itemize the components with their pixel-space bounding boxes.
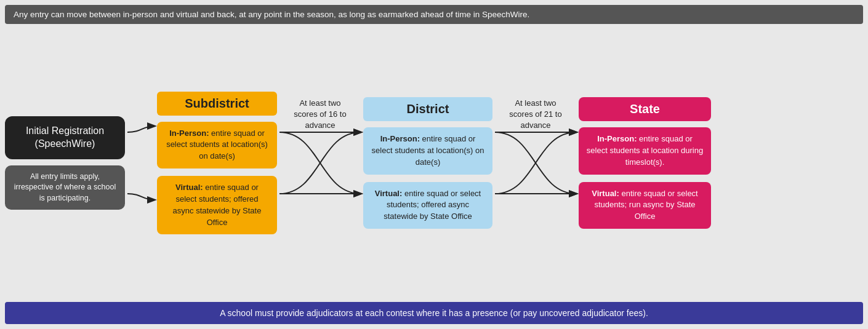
- state-column: State In-Person: entire squad or select …: [579, 97, 711, 229]
- bottom-banner-text: A school must provide adjudicators at ea…: [220, 308, 648, 318]
- state-inperson-bold: In-Person:: [597, 134, 637, 143]
- entry-limits-text: All entry limits apply, irrespective of …: [14, 172, 116, 202]
- top-banner: Any entry can move between in-person and…: [5, 5, 863, 24]
- arrow-note-1: At least two scores of 16 to advance: [277, 89, 363, 237]
- initial-registration-label: Initial Registration (SpeechWire): [26, 125, 104, 149]
- subdistrict-label: Subdistrict: [185, 97, 249, 110]
- district-column: District In-Person: entire squad or sele…: [363, 97, 492, 229]
- subdistrict-virtual-bold: Virtual:: [175, 183, 203, 192]
- initial-registration-box: Initial Registration (SpeechWire): [5, 116, 125, 159]
- left-section: Initial Registration (SpeechWire) All en…: [5, 116, 125, 210]
- subdistrict-virtual-box: Virtual: entire squad or select students…: [157, 176, 277, 234]
- arrow-svg-1: [125, 89, 157, 237]
- arrow-note-2: At least two scores of 21 to advance: [492, 89, 579, 237]
- entry-limits-note: All entry limits apply, irrespective of …: [5, 165, 125, 210]
- subdistrict-inperson-bold: In-Person:: [169, 129, 209, 138]
- main-content: Initial Registration (SpeechWire) All en…: [5, 28, 863, 298]
- district-virtual-bold: Virtual:: [375, 189, 403, 198]
- district-header: District: [363, 97, 492, 121]
- state-inperson-box: In-Person: entire squad or select studen…: [579, 127, 711, 175]
- bottom-banner: A school must provide adjudicators at ea…: [5, 302, 863, 324]
- state-header: State: [579, 97, 711, 121]
- subdistrict-header: Subdistrict: [157, 92, 277, 116]
- district-label: District: [407, 102, 449, 116]
- state-boxes: In-Person: entire squad or select studen…: [579, 127, 711, 229]
- state-label: State: [630, 102, 660, 116]
- top-banner-text: Any entry can move between in-person and…: [14, 10, 529, 19]
- state-virtual-box: Virtual: entire squad or select students…: [579, 182, 711, 229]
- district-boxes: In-Person: entire squad or select studen…: [363, 127, 492, 229]
- arrow-left-to-subdistrict: [125, 83, 157, 243]
- subdistrict-inperson-box: In-Person: entire squad or select studen…: [157, 122, 277, 169]
- arrow-svg-3: [492, 89, 579, 237]
- arrow-svg-2: [277, 89, 363, 237]
- subdistrict-boxes: In-Person: entire squad or select studen…: [157, 122, 277, 235]
- district-inperson-bold: In-Person:: [380, 134, 420, 143]
- subdistrict-column: Subdistrict In-Person: entire squad or s…: [157, 92, 277, 235]
- district-inperson-box: In-Person: entire squad or select studen…: [363, 127, 492, 175]
- state-virtual-bold: Virtual:: [592, 189, 619, 198]
- district-virtual-box: Virtual: entire squad or select students…: [363, 182, 492, 229]
